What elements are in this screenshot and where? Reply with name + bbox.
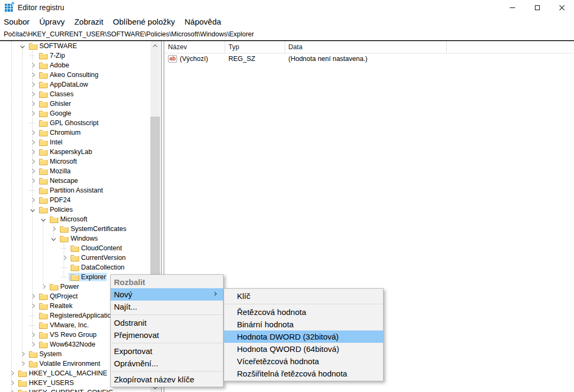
tree-item-microsoft[interactable]: Microsoft [0,214,150,224]
expand-toggle[interactable] [28,90,37,98]
tree-item-7-zip[interactable]: 7-Zip [0,51,150,60]
menu-item-najit[interactable]: Najít... [111,301,223,313]
expand-toggle[interactable] [7,388,16,392]
tree-item-ghisler[interactable]: Ghisler [0,99,150,109]
close-button[interactable] [549,0,574,15]
column-header-data[interactable]: Data [285,41,447,53]
expand-toggle[interactable] [49,234,58,243]
tree-item-label: Intel [50,139,63,146]
chevron-right-icon [30,102,35,106]
tree-item-chromium[interactable]: Chromium [0,128,150,137]
expand-toggle[interactable] [18,42,27,50]
expand-toggle[interactable] [28,196,37,204]
menubar-item-zobrazit[interactable]: Zobrazit [70,17,108,26]
menu-item-opravneni[interactable]: Oprávnění... [111,357,223,370]
folder-icon [39,341,48,348]
menu-item-exportovat[interactable]: Exportovat [111,345,223,357]
scroll-up-button[interactable] [150,41,160,50]
tree-item-mozilla[interactable]: Mozilla [0,166,150,176]
expand-toggle [28,311,37,320]
menu-item-retezcova-hodnota[interactable]: Řetězcová hodnota [224,306,383,318]
expand-toggle[interactable] [7,379,16,387]
expand-toggle[interactable] [18,359,27,368]
folder-icon [39,110,48,117]
tree-item-label: Adobe [50,62,69,69]
column-header-type[interactable]: Typ [225,41,285,53]
expand-toggle[interactable] [28,61,37,70]
value-row-default[interactable]: ab (Výchozí) REG_SZ (Hodnota není nastav… [165,53,574,64]
menubar-item-napoveda[interactable]: Nápověda [180,17,226,26]
tree-item-currentversion[interactable]: CurrentVersion [0,253,150,263]
expand-toggle[interactable] [28,148,37,156]
tree-item-label: HKEY_LOCAL_MACHINE [29,370,108,377]
address-bar[interactable]: Počítač\HKEY_CURRENT_USER\SOFTWARE\Polic… [0,28,574,40]
expand-toggle[interactable] [39,282,48,291]
tree-item-datacollection[interactable]: DataCollection [0,263,150,272]
menu-item-odstranit[interactable]: Odstranit [111,317,223,329]
column-header-name[interactable]: Název [165,41,225,53]
expand-toggle[interactable] [28,128,37,137]
expand-toggle[interactable] [28,302,37,310]
tree-item-classes[interactable]: Classes [0,89,150,99]
folder-icon [18,370,27,377]
expand-toggle[interactable] [60,253,68,262]
menu-item-novy[interactable]: Nový [111,288,223,301]
expand-toggle[interactable] [7,369,16,378]
tree-item-systemcertificates[interactable]: SystemCertificates [0,224,150,234]
folder-icon [39,332,48,339]
expand-toggle[interactable] [28,99,37,108]
menu-item-klic[interactable]: Klíč [224,290,383,302]
tree-item-adobe[interactable]: Adobe [0,60,150,70]
menubar-item-upravy[interactable]: Úpravy [34,17,70,26]
expand-toggle[interactable] [28,109,37,118]
tree-item-netscape[interactable]: Netscape [0,176,150,186]
menu-item-rozbalit[interactable]: Rozbalit [111,276,223,288]
expand-toggle[interactable] [18,350,27,358]
expand-toggle[interactable] [28,340,37,349]
tree-item-partition-assistant[interactable]: Partition Assistant [0,186,150,195]
minimize-button[interactable] [500,0,525,15]
menu-item-hodnota-dword-32bitova[interactable]: Hodnota DWORD (32bitová) [224,330,383,343]
menubar-item-oblibene-polozky[interactable]: Oblíbené položky [108,17,180,26]
expand-toggle[interactable] [49,225,58,233]
tree-item-cloudcontent[interactable]: CloudContent [0,243,150,253]
expand-toggle[interactable] [28,157,37,166]
maximize-button[interactable] [525,0,549,15]
tree-item-label: QtProject [50,293,78,300]
tree-connector [29,316,36,316]
tree-item-policies[interactable]: Policies [0,205,150,214]
title-bar: Editor registru [0,0,574,15]
tree-item-gpl-ghostscript[interactable]: GPL Ghostscript [0,118,150,128]
folder-icon [29,43,37,50]
menu-item-viceretezcova-hodnota[interactable]: Víceřetězcová hodnota [224,355,383,367]
expand-toggle[interactable] [28,205,37,214]
menu-item-hodnota-qword-64bitova[interactable]: Hodnota QWORD (64bitová) [224,343,383,355]
expand-toggle[interactable] [39,215,48,224]
tree-item-body: CloudContent [68,244,123,252]
menu-separator [225,304,382,304]
menu-item-prejmenovat[interactable]: Přejmenovat [111,329,223,341]
menu-item-binarni-hodnota[interactable]: Binární hodnota [224,318,383,330]
tree-item-appdatalow[interactable]: AppDataLow [0,80,150,89]
tree-item-kasperskylab[interactable]: KasperskyLab [0,147,150,157]
menu-item-zkopirovat-nazev-klice[interactable]: Zkopírovat název klíče [111,373,223,386]
expand-toggle[interactable] [28,71,37,79]
tree-item-intel[interactable]: Intel [0,137,150,147]
registry-app-icon [5,4,13,12]
expand-toggle[interactable] [28,80,37,89]
expand-toggle[interactable] [28,292,37,301]
menubar-item-soubor[interactable]: Soubor [0,17,34,26]
expand-toggle[interactable] [28,167,37,175]
tree-item-windows[interactable]: Windows [0,234,150,243]
tree-item-google[interactable]: Google [0,109,150,118]
tree-item-pdf24[interactable]: PDF24 [0,195,150,205]
tree-item-hkey-current-config[interactable]: HKEY_CURRENT_CONFIG [0,388,150,392]
menu-item-rozsiritelna-retezcova-hodnota[interactable]: Rozšiřitelná řetězcová hodnota [224,367,383,380]
tree-item-akeo-consulting[interactable]: Akeo Consulting [0,70,150,80]
expand-toggle[interactable] [28,176,37,185]
expand-toggle[interactable] [28,330,37,339]
tree-item-software[interactable]: SOFTWARE [0,41,150,51]
expand-toggle[interactable] [28,138,37,147]
tree-item-microsoft[interactable]: Microsoft [0,157,150,166]
tree-item-label: GPL Ghostscript [50,119,98,127]
